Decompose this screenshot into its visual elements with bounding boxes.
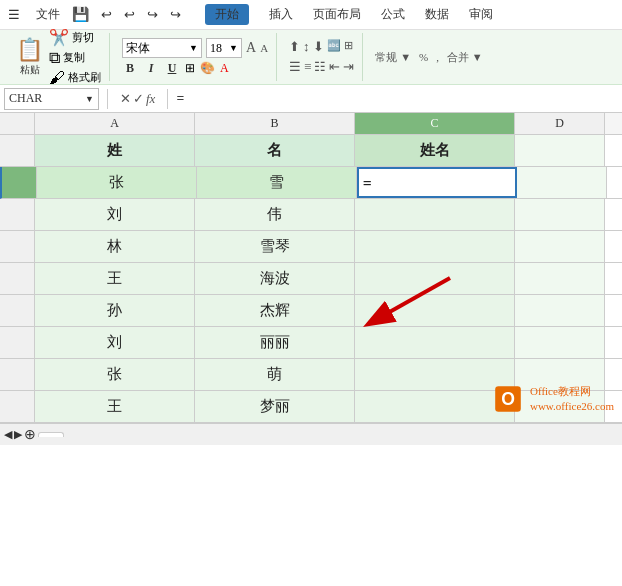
wrap-text-btn[interactable]: 🔤 — [327, 39, 341, 55]
cell-a3[interactable]: 刘 — [35, 199, 195, 230]
cell-a4[interactable]: 林 — [35, 231, 195, 262]
cell-d3[interactable] — [515, 199, 605, 230]
cell-c6[interactable] — [355, 295, 515, 326]
sheet-tab-0[interactable] — [38, 432, 64, 437]
menu-data[interactable]: 数据 — [425, 6, 449, 23]
formula-icons: ✕ ✓ fx — [116, 91, 159, 107]
col-header-c[interactable]: C — [355, 113, 515, 134]
align-left-btn[interactable]: ☰ — [289, 59, 301, 75]
redo-btn[interactable]: ↩ — [147, 7, 158, 23]
cell-a9[interactable]: 王 — [35, 391, 195, 422]
cell-c3[interactable] — [355, 199, 515, 230]
align-top-btn[interactable]: ⬆ — [289, 39, 300, 55]
align-right-btn[interactable]: ☷ — [314, 59, 326, 75]
underline-btn[interactable]: U — [164, 61, 180, 76]
cell-b4[interactable]: 雪琴 — [195, 231, 355, 262]
add-sheet-btn[interactable]: ⊕ — [24, 426, 36, 443]
font-name-box[interactable]: 宋体 ▼ — [122, 38, 202, 58]
table-row: 孙 杰辉 — [0, 295, 622, 327]
menu-file[interactable]: ☰ — [8, 7, 20, 23]
redo2-btn[interactable]: ↩ — [170, 7, 181, 23]
cell-a5[interactable]: 王 — [35, 263, 195, 294]
cell-d2[interactable] — [517, 167, 607, 198]
menu-file-label[interactable]: 文件 — [36, 6, 60, 23]
cell-c7[interactable] — [355, 327, 515, 358]
decrease-font-btn[interactable]: A — [260, 42, 268, 54]
cell-b5[interactable]: 海波 — [195, 263, 355, 294]
cell-b9[interactable]: 梦丽 — [195, 391, 355, 422]
cell-b8[interactable]: 萌 — [195, 359, 355, 390]
menu-insert[interactable]: 插入 — [269, 6, 293, 23]
font-row2: B I U ⊞ 🎨 A — [122, 61, 268, 76]
undo2-btn[interactable]: ↩ — [124, 7, 135, 23]
cut-btn[interactable]: ✂️ 剪切 — [49, 28, 101, 47]
cell-a1[interactable]: 姓 — [35, 135, 195, 166]
col-headers: A B C D — [0, 113, 622, 135]
cell-d4[interactable] — [515, 231, 605, 262]
fx-icon[interactable]: fx — [146, 91, 155, 107]
font-color-btn[interactable]: A — [220, 61, 229, 76]
merge-label: 合并 ▼ — [447, 50, 483, 65]
cell-b7[interactable]: 丽丽 — [195, 327, 355, 358]
cell-b6[interactable]: 杰辉 — [195, 295, 355, 326]
merge-btn[interactable]: ⊞ — [344, 39, 353, 55]
side-btns: ✂️ 剪切 ⧉ 复制 🖌 格式刷 — [49, 28, 101, 87]
cell-a2[interactable]: 张 — [37, 167, 197, 198]
cell-c5[interactable] — [355, 263, 515, 294]
name-box-value: CHAR — [9, 91, 42, 106]
cell-a6[interactable]: 孙 — [35, 295, 195, 326]
cell-d5[interactable] — [515, 263, 605, 294]
align-bottom-btn[interactable]: ⬇ — [313, 39, 324, 55]
bold-btn[interactable]: B — [122, 61, 138, 76]
cell-c1[interactable]: 姓名 — [355, 135, 515, 166]
confirm-formula-icon[interactable]: ✓ — [133, 91, 144, 107]
copy-btn[interactable]: ⧉ 复制 — [49, 49, 101, 67]
indent-decrease-btn[interactable]: ⇤ — [329, 59, 340, 75]
paste-btn[interactable]: 📋 粘贴 — [16, 37, 43, 77]
cell-c2[interactable]: = — [357, 167, 517, 198]
ribbon: 📋 粘贴 ✂️ 剪切 ⧉ 复制 🖌 格式刷 宋体 ▼ — [0, 30, 622, 85]
scissors-icon: ✂️ — [49, 28, 69, 47]
cell-d6[interactable] — [515, 295, 605, 326]
name-box[interactable]: CHAR ▼ — [4, 88, 99, 110]
cell-b3[interactable]: 伟 — [195, 199, 355, 230]
cell-d1[interactable] — [515, 135, 605, 166]
col-header-a[interactable]: A — [35, 113, 195, 134]
menu-layout[interactable]: 页面布局 — [313, 6, 361, 23]
menu-formula[interactable]: 公式 — [381, 6, 405, 23]
format-painter-btn[interactable]: 🖌 格式刷 — [49, 69, 101, 87]
name-box-dropdown[interactable]: ▼ — [85, 94, 94, 104]
border-btn[interactable]: ⊞ — [185, 61, 195, 76]
cell-b2[interactable]: 雪 — [197, 167, 357, 198]
italic-btn[interactable]: I — [143, 61, 159, 76]
undo-btn[interactable]: ↩ — [101, 7, 112, 23]
cell-a8[interactable]: 张 — [35, 359, 195, 390]
increase-font-btn[interactable]: A — [246, 40, 256, 56]
align-center-btn[interactable]: ≡ — [304, 59, 311, 75]
percent-btn[interactable]: % — [419, 51, 428, 63]
cell-c4[interactable] — [355, 231, 515, 262]
comma-btn[interactable]: , — [436, 51, 439, 63]
cancel-formula-icon[interactable]: ✕ — [120, 91, 131, 107]
scroll-left-btn[interactable]: ◀ — [4, 428, 12, 441]
font-name-value: 宋体 — [126, 40, 150, 57]
paste-label: 粘贴 — [20, 63, 40, 77]
format-painter-icon: 🖌 — [49, 69, 65, 87]
quick-save[interactable]: 💾 — [72, 6, 89, 23]
table-row: 林 雪琴 — [0, 231, 622, 263]
menu-review[interactable]: 审阅 — [469, 6, 493, 23]
cell-b1[interactable]: 名 — [195, 135, 355, 166]
font-group: 宋体 ▼ 18 ▼ A A B I U ⊞ 🎨 A — [114, 33, 277, 81]
col-header-d[interactable]: D — [515, 113, 605, 134]
cell-a7[interactable]: 刘 — [35, 327, 195, 358]
menu-start[interactable]: 开始 — [205, 4, 249, 25]
fill-color-btn[interactable]: 🎨 — [200, 61, 215, 76]
indent-increase-btn[interactable]: ⇥ — [343, 59, 354, 75]
col-header-b[interactable]: B — [195, 113, 355, 134]
formula-content[interactable]: = — [176, 91, 618, 106]
cell-d7[interactable] — [515, 327, 605, 358]
font-size-box[interactable]: 18 ▼ — [206, 38, 242, 58]
align-middle-btn[interactable]: ↕ — [303, 39, 310, 55]
menu-bar[interactable]: ☰ 文件 💾 ↩ ↩ ↩ ↩ 开始 插入 页面布局 公式 数据 审阅 — [8, 4, 493, 25]
scroll-right-btn[interactable]: ▶ — [14, 428, 22, 441]
